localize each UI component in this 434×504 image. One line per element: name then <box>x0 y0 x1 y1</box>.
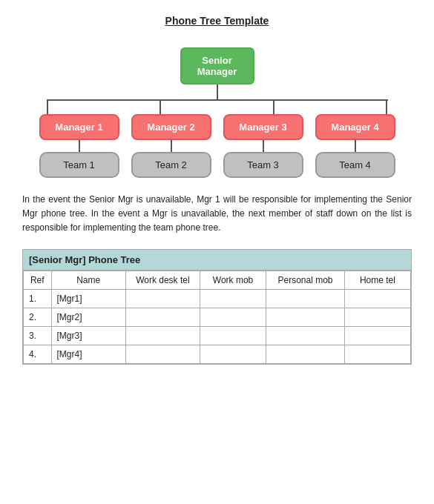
cell-ref-2: 3. <box>24 326 52 345</box>
cell-workdesk-1 <box>125 308 200 326</box>
cell-ref-3: 4. <box>24 345 52 363</box>
col-workdesk: Work desk tel <box>125 271 200 289</box>
cell-personalmob-3 <box>266 345 345 363</box>
team-3-box: Team 3 <box>223 152 303 178</box>
cell-workmob-0 <box>200 289 266 308</box>
v-line-1 <box>47 99 48 114</box>
table-header-row: Ref Name Work desk tel Work mob Personal… <box>24 271 411 289</box>
managers-row: Manager 1 Team 1 Manager 2 Team 2 Manage… <box>39 114 395 178</box>
table-header: [Senior Mgr] Phone Tree <box>23 250 411 271</box>
cell-name-2: [Mgr3] <box>51 326 125 345</box>
manager-1-box: Manager 1 <box>39 114 119 140</box>
manager-3-box: Manager 3 <box>223 114 303 140</box>
cell-name-0: [Mgr1] <box>51 289 125 308</box>
org-chart: Senior Manager Manager 1 Team 1 Manager … <box>22 47 412 178</box>
cell-workmob-2 <box>200 326 266 345</box>
table-row: 1. [Mgr1] <box>24 289 411 308</box>
cell-workdesk-2 <box>125 326 200 345</box>
table-row: 2. [Mgr2] <box>24 308 411 326</box>
col-personalmob: Personal mob <box>266 271 345 289</box>
horizontal-connector <box>47 99 388 114</box>
table-row: 4. [Mgr4] <box>24 345 411 363</box>
senior-connector <box>217 84 218 99</box>
manager-col-2: Manager 2 Team 2 <box>131 114 211 178</box>
cell-hometel-3 <box>344 345 410 363</box>
phone-table: Ref Name Work desk tel Work mob Personal… <box>23 271 411 364</box>
v-line-4 <box>386 99 387 114</box>
team-1-box: Team 1 <box>39 152 119 178</box>
col-hometel: Home tel <box>344 271 410 289</box>
cell-personalmob-1 <box>266 308 345 326</box>
col-name: Name <box>51 271 125 289</box>
col-workmob: Work mob <box>200 271 266 289</box>
connector-2 <box>171 140 172 152</box>
cell-workmob-1 <box>200 308 266 326</box>
senior-manager-box: Senior Manager <box>180 47 254 84</box>
cell-ref-1: 2. <box>24 308 52 326</box>
cell-hometel-2 <box>344 326 410 345</box>
cell-name-3: [Mgr4] <box>51 345 125 363</box>
team-2-box: Team 2 <box>131 152 211 178</box>
v-line-3 <box>273 99 274 114</box>
cell-hometel-0 <box>344 289 410 308</box>
manager-col-4: Manager 4 Team 4 <box>315 114 395 178</box>
manager-4-box: Manager 4 <box>315 114 395 140</box>
cell-personalmob-0 <box>266 289 345 308</box>
page-title: Phone Tree Template <box>22 15 412 27</box>
cell-workmob-3 <box>200 345 266 363</box>
col-ref: Ref <box>24 271 52 289</box>
cell-hometel-1 <box>344 308 410 326</box>
cell-personalmob-2 <box>266 326 345 345</box>
v-line-2 <box>160 99 161 114</box>
manager-col-1: Manager 1 Team 1 <box>39 114 119 178</box>
connector-1 <box>79 140 80 152</box>
cell-ref-0: 1. <box>24 289 52 308</box>
phone-table-container: [Senior Mgr] Phone Tree Ref Name Work de… <box>22 249 412 365</box>
table-body: 1. [Mgr1] 2. [Mgr2] 3. [Mgr3] 4. [Mgr4] <box>24 289 411 363</box>
cell-workdesk-3 <box>125 345 200 363</box>
description-text: In the event the Senior Mgr is unavailab… <box>22 193 412 236</box>
v-lines <box>47 99 388 114</box>
connector-3 <box>263 140 264 152</box>
cell-name-1: [Mgr2] <box>51 308 125 326</box>
manager-2-box: Manager 2 <box>131 114 211 140</box>
manager-col-3: Manager 3 Team 3 <box>223 114 303 178</box>
team-4-box: Team 4 <box>315 152 395 178</box>
table-row: 3. [Mgr3] <box>24 326 411 345</box>
cell-workdesk-0 <box>125 289 200 308</box>
connector-4 <box>355 140 356 152</box>
